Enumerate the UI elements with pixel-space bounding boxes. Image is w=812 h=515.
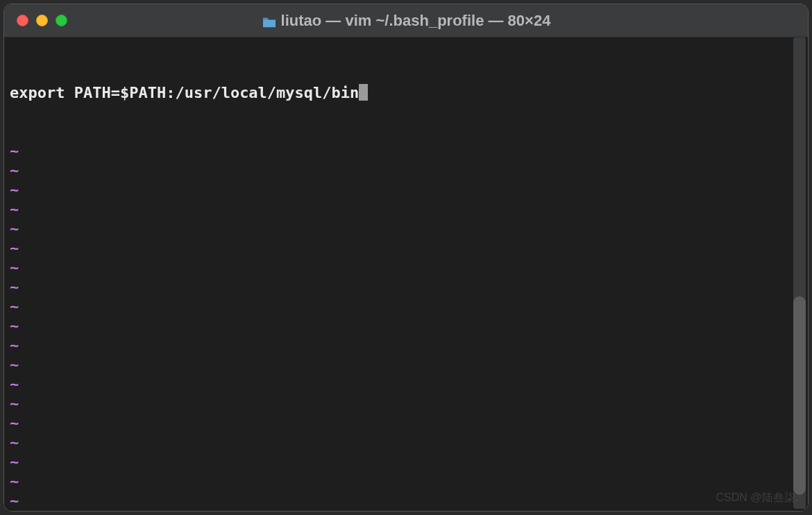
empty-line-tilde: ~ bbox=[10, 355, 802, 375]
buffer-text: export PATH=$PATH:/usr/local/mysql/bin bbox=[10, 84, 359, 101]
scrollbar-thumb[interactable] bbox=[793, 296, 806, 494]
window-title-text: liutao — vim ~/.bash_profile — 80×24 bbox=[281, 12, 551, 30]
empty-line-tilde: ~ bbox=[10, 472, 802, 491]
empty-line-tilde: ~ bbox=[10, 219, 802, 239]
empty-line-tilde: ~ bbox=[10, 258, 802, 278]
cursor bbox=[359, 84, 368, 101]
content-line: export PATH=$PATH:/usr/local/mysql/bin bbox=[10, 83, 802, 103]
empty-line-tilde: ~ bbox=[10, 316, 802, 336]
editor-area[interactable]: export PATH=$PATH:/usr/local/mysql/bin ~… bbox=[4, 37, 808, 512]
empty-line-tilde: ~ bbox=[10, 161, 802, 180]
empty-line-tilde: ~ bbox=[10, 453, 802, 472]
folder-icon bbox=[262, 15, 277, 27]
empty-line-tilde: ~ bbox=[10, 297, 802, 316]
empty-line-tilde: ~ bbox=[10, 239, 802, 258]
traffic-lights bbox=[4, 15, 67, 26]
maximize-button[interactable] bbox=[56, 15, 67, 26]
empty-line-tilde: ~ bbox=[10, 491, 802, 511]
empty-line-tilde: ~ bbox=[10, 200, 802, 219]
titlebar[interactable]: liutao — vim ~/.bash_profile — 80×24 bbox=[4, 4, 808, 37]
empty-line-tilde: ~ bbox=[10, 394, 802, 414]
empty-line-tilde: ~ bbox=[10, 414, 802, 433]
terminal-window: liutao — vim ~/.bash_profile — 80×24 exp… bbox=[3, 3, 809, 512]
close-button[interactable] bbox=[17, 15, 28, 26]
empty-line-tilde: ~ bbox=[10, 375, 802, 394]
minimize-button[interactable] bbox=[36, 15, 48, 26]
empty-line-tilde: ~ bbox=[10, 433, 802, 453]
empty-line-tilde: ~ bbox=[10, 180, 802, 200]
empty-line-tilde: ~ bbox=[10, 142, 802, 161]
empty-line-tilde: ~ bbox=[10, 336, 802, 355]
empty-line-tilde: ~ bbox=[10, 511, 802, 512]
window-title: liutao — vim ~/.bash_profile — 80×24 bbox=[4, 12, 808, 30]
watermark: CSDN @陆叁柒. bbox=[716, 491, 798, 505]
empty-line-tilde: ~ bbox=[10, 278, 802, 297]
scrollbar-track[interactable] bbox=[793, 37, 806, 509]
